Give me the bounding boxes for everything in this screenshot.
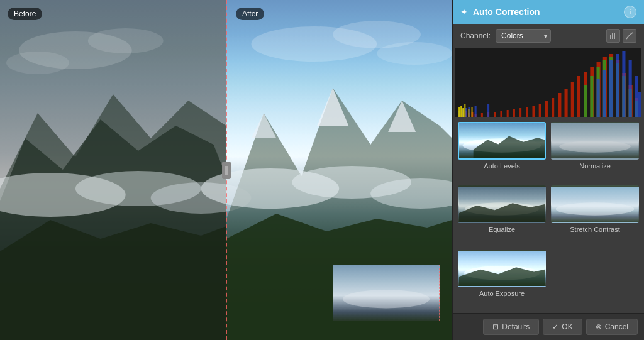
svg-rect-25 xyxy=(612,33,613,39)
svg-point-23 xyxy=(343,290,430,308)
svg-rect-42 xyxy=(526,107,528,117)
svg-rect-77 xyxy=(609,60,613,117)
normalize-thumb[interactable] xyxy=(551,122,639,160)
equalize-label: Equalize xyxy=(489,226,515,233)
svg-point-2 xyxy=(6,52,69,74)
cancel-label: Cancel xyxy=(605,322,628,331)
defaults-button[interactable]: ⊡ Defaults xyxy=(483,319,539,335)
bottom-bar: ⊡ Defaults ✓ OK ⊗ Cancel xyxy=(453,313,644,340)
svg-rect-81 xyxy=(635,76,638,117)
svg-marker-8 xyxy=(0,220,226,340)
correction-item-equalize[interactable]: Equalize xyxy=(458,185,546,244)
svg-rect-78 xyxy=(616,54,619,117)
svg-rect-24 xyxy=(610,35,611,39)
svg-rect-76 xyxy=(603,70,606,117)
right-panel: ✦ Auto Correction i Channel: Colors Red … xyxy=(452,0,644,340)
svg-point-1 xyxy=(88,28,164,53)
stretch-contrast-label: Stretch Contrast xyxy=(570,226,619,233)
channel-row: Channel: Colors Red Green Blue Luminosit… xyxy=(453,24,644,48)
svg-rect-44 xyxy=(539,104,541,117)
svg-rect-39 xyxy=(507,110,509,117)
svg-rect-84 xyxy=(460,106,462,117)
svg-rect-61 xyxy=(590,76,593,117)
auto-levels-label: Auto Levels xyxy=(484,162,519,170)
histogram-area xyxy=(455,48,641,117)
svg-point-93 xyxy=(559,141,630,153)
auto-exposure-label: Auto Exposure xyxy=(479,290,525,297)
histogram-chart xyxy=(455,48,641,117)
svg-rect-79 xyxy=(622,51,625,117)
divider-handle[interactable] xyxy=(222,162,231,179)
defaults-icon: ⊡ xyxy=(492,322,499,331)
histogram-linear-btn[interactable] xyxy=(606,29,620,43)
auto-levels-thumb[interactable] xyxy=(458,122,546,160)
corrections-grid: Auto Levels xyxy=(453,117,644,313)
correction-item-normalize[interactable]: Normalize xyxy=(551,122,639,180)
svg-rect-48 xyxy=(565,89,568,117)
svg-rect-26 xyxy=(614,33,615,39)
defaults-label: Defaults xyxy=(502,322,530,331)
svg-rect-46 xyxy=(552,98,554,117)
panel-title-area: ✦ Auto Correction xyxy=(460,7,540,17)
svg-rect-83 xyxy=(458,107,460,117)
svg-point-11 xyxy=(377,42,452,65)
after-label: After xyxy=(236,8,264,20)
equalize-thumb[interactable] xyxy=(458,185,546,223)
svg-rect-80 xyxy=(629,60,632,117)
cancel-button[interactable]: ⊗ Cancel xyxy=(586,319,638,335)
before-label: Before xyxy=(8,8,42,20)
svg-rect-82 xyxy=(638,92,641,117)
auto-exposure-thumb[interactable] xyxy=(458,250,546,287)
svg-rect-27 xyxy=(616,32,616,39)
normalize-label: Normalize xyxy=(579,162,611,170)
svg-rect-37 xyxy=(494,112,496,117)
svg-rect-43 xyxy=(532,106,535,117)
svg-rect-88 xyxy=(472,107,473,117)
svg-rect-60 xyxy=(584,85,587,117)
svg-rect-47 xyxy=(558,93,561,117)
svg-rect-73 xyxy=(475,106,477,117)
correction-item-auto-exposure[interactable]: Auto Exposure xyxy=(458,250,546,308)
info-button[interactable]: i xyxy=(624,6,636,18)
svg-rect-45 xyxy=(545,101,548,117)
correction-item-auto-levels[interactable]: Auto Levels xyxy=(458,122,546,180)
image-area: Before After xyxy=(0,0,452,340)
ok-label: OK xyxy=(562,322,572,331)
ok-button[interactable]: ✓ OK xyxy=(543,319,582,335)
svg-rect-74 xyxy=(487,104,489,117)
panel-title: Auto Correction xyxy=(473,7,540,17)
svg-rect-49 xyxy=(571,82,574,117)
stretch-contrast-thumb[interactable] xyxy=(551,185,639,223)
correction-item-stretch-contrast[interactable]: Stretch Contrast xyxy=(551,185,639,244)
svg-point-98 xyxy=(556,203,635,216)
svg-rect-40 xyxy=(513,109,515,117)
svg-rect-75 xyxy=(597,79,600,117)
svg-rect-41 xyxy=(519,108,521,117)
histogram-log-btn[interactable] xyxy=(623,29,636,43)
panel-header: ✦ Auto Correction i xyxy=(453,0,644,24)
ok-icon: ✓ xyxy=(552,322,558,331)
svg-rect-28 xyxy=(455,48,641,117)
channel-label: Channel: xyxy=(460,31,491,40)
svg-rect-50 xyxy=(577,76,580,117)
thumbnail-preview xyxy=(333,265,440,321)
histogram-icons xyxy=(606,29,636,43)
svg-rect-86 xyxy=(464,104,465,117)
svg-marker-15 xyxy=(251,113,276,138)
cancel-icon: ⊗ xyxy=(596,322,602,331)
channel-select-wrapper[interactable]: Colors Red Green Blue Luminosity xyxy=(496,29,551,43)
svg-rect-85 xyxy=(462,108,464,117)
svg-rect-87 xyxy=(468,109,469,117)
svg-rect-35 xyxy=(481,113,483,117)
channel-select[interactable]: Colors Red Green Blue Luminosity xyxy=(496,29,551,43)
wand-icon: ✦ xyxy=(460,7,468,17)
svg-rect-38 xyxy=(500,111,502,117)
